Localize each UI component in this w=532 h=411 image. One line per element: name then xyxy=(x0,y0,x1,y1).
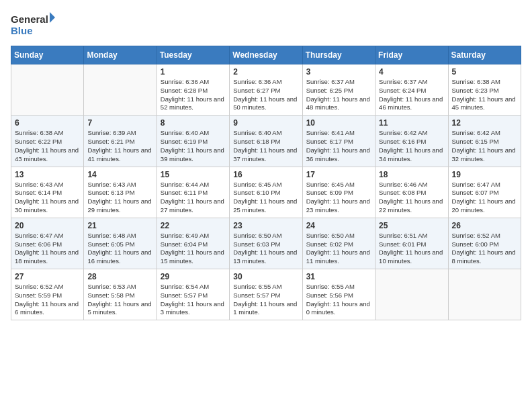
day-info: Sunrise: 6:42 AM Sunset: 6:16 PM Dayligh… xyxy=(379,129,444,163)
day-number: 26 xyxy=(452,221,517,230)
day-info: Sunrise: 6:45 AM Sunset: 6:09 PM Dayligh… xyxy=(306,181,371,215)
calendar-cell: 26Sunrise: 6:52 AM Sunset: 6:00 PM Dayli… xyxy=(448,218,521,269)
day-number: 1 xyxy=(161,67,226,77)
day-info: Sunrise: 6:52 AM Sunset: 5:59 PM Dayligh… xyxy=(15,283,80,317)
calendar-cell: 22Sunrise: 6:49 AM Sunset: 6:04 PM Dayli… xyxy=(157,218,229,269)
day-info: Sunrise: 6:51 AM Sunset: 6:01 PM Dayligh… xyxy=(379,232,444,266)
calendar-cell: 2Sunrise: 6:36 AM Sunset: 6:27 PM Daylig… xyxy=(230,64,302,116)
day-info: Sunrise: 6:42 AM Sunset: 6:15 PM Dayligh… xyxy=(452,129,517,163)
calendar-cell xyxy=(11,64,84,116)
day-number: 6 xyxy=(15,118,80,128)
day-info: Sunrise: 6:36 AM Sunset: 6:27 PM Dayligh… xyxy=(233,78,298,112)
day-number: 15 xyxy=(161,170,226,179)
calendar-cell: 11Sunrise: 6:42 AM Sunset: 6:16 PM Dayli… xyxy=(375,116,448,167)
calendar-cell xyxy=(448,269,521,320)
day-info: Sunrise: 6:49 AM Sunset: 6:04 PM Dayligh… xyxy=(161,232,226,266)
day-number: 7 xyxy=(87,118,152,128)
day-info: Sunrise: 6:38 AM Sunset: 6:23 PM Dayligh… xyxy=(452,78,517,112)
calendar-cell: 21Sunrise: 6:48 AM Sunset: 6:05 PM Dayli… xyxy=(84,218,157,269)
day-number: 17 xyxy=(306,170,371,179)
day-number: 20 xyxy=(15,221,80,230)
col-friday: Friday xyxy=(375,46,448,64)
day-info: Sunrise: 6:53 AM Sunset: 5:58 PM Dayligh… xyxy=(87,283,152,317)
day-info: Sunrise: 6:41 AM Sunset: 6:17 PM Dayligh… xyxy=(306,129,371,163)
calendar-table: Sunday Monday Tuesday Wednesday Thursday… xyxy=(11,46,521,320)
day-info: Sunrise: 6:47 AM Sunset: 6:06 PM Dayligh… xyxy=(15,232,80,266)
calendar-week-row: 27Sunrise: 6:52 AM Sunset: 5:59 PM Dayli… xyxy=(11,269,521,320)
calendar-cell: 17Sunrise: 6:45 AM Sunset: 6:09 PM Dayli… xyxy=(302,167,375,218)
day-info: Sunrise: 6:37 AM Sunset: 6:25 PM Dayligh… xyxy=(306,78,371,112)
day-info: Sunrise: 6:39 AM Sunset: 6:21 PM Dayligh… xyxy=(87,129,152,163)
header: General Blue xyxy=(11,11,521,39)
svg-marker-2 xyxy=(50,12,55,23)
calendar-week-row: 6Sunrise: 6:38 AM Sunset: 6:22 PM Daylig… xyxy=(11,116,521,167)
day-info: Sunrise: 6:40 AM Sunset: 6:18 PM Dayligh… xyxy=(233,129,298,163)
calendar-cell: 20Sunrise: 6:47 AM Sunset: 6:06 PM Dayli… xyxy=(11,218,84,269)
day-number: 23 xyxy=(233,221,298,230)
day-info: Sunrise: 6:55 AM Sunset: 5:57 PM Dayligh… xyxy=(233,283,298,317)
calendar-cell: 1Sunrise: 6:36 AM Sunset: 6:28 PM Daylig… xyxy=(157,64,229,116)
day-info: Sunrise: 6:45 AM Sunset: 6:10 PM Dayligh… xyxy=(233,181,298,215)
calendar-cell: 7Sunrise: 6:39 AM Sunset: 6:21 PM Daylig… xyxy=(84,116,157,167)
day-number: 5 xyxy=(452,67,517,77)
calendar-page: General Blue Sunday Monday Tuesday Wedne… xyxy=(0,0,532,327)
col-thursday: Thursday xyxy=(302,46,375,64)
calendar-cell: 3Sunrise: 6:37 AM Sunset: 6:25 PM Daylig… xyxy=(302,64,375,116)
day-info: Sunrise: 6:50 AM Sunset: 6:03 PM Dayligh… xyxy=(233,232,298,266)
calendar-cell xyxy=(84,64,157,116)
day-number: 28 xyxy=(87,272,152,281)
day-number: 14 xyxy=(87,170,152,179)
logo-svg: General Blue xyxy=(11,11,58,39)
calendar-header-row: Sunday Monday Tuesday Wednesday Thursday… xyxy=(11,46,521,64)
day-number: 8 xyxy=(161,118,226,128)
calendar-cell: 9Sunrise: 6:40 AM Sunset: 6:18 PM Daylig… xyxy=(230,116,302,167)
day-number: 18 xyxy=(379,170,444,179)
day-info: Sunrise: 6:37 AM Sunset: 6:24 PM Dayligh… xyxy=(379,78,444,112)
day-number: 22 xyxy=(161,221,226,230)
day-number: 19 xyxy=(452,170,517,179)
day-info: Sunrise: 6:44 AM Sunset: 6:11 PM Dayligh… xyxy=(161,181,226,215)
day-number: 2 xyxy=(233,67,298,77)
day-info: Sunrise: 6:50 AM Sunset: 6:02 PM Dayligh… xyxy=(306,232,371,266)
col-tuesday: Tuesday xyxy=(157,46,229,64)
calendar-cell: 31Sunrise: 6:55 AM Sunset: 5:56 PM Dayli… xyxy=(302,269,375,320)
calendar-cell: 18Sunrise: 6:46 AM Sunset: 6:08 PM Dayli… xyxy=(375,167,448,218)
day-number: 21 xyxy=(87,221,152,230)
day-info: Sunrise: 6:52 AM Sunset: 6:00 PM Dayligh… xyxy=(452,232,517,266)
calendar-cell: 29Sunrise: 6:54 AM Sunset: 5:57 PM Dayli… xyxy=(157,269,229,320)
calendar-cell: 12Sunrise: 6:42 AM Sunset: 6:15 PM Dayli… xyxy=(448,116,521,167)
day-number: 30 xyxy=(233,272,298,281)
calendar-cell: 30Sunrise: 6:55 AM Sunset: 5:57 PM Dayli… xyxy=(230,269,302,320)
day-info: Sunrise: 6:43 AM Sunset: 6:14 PM Dayligh… xyxy=(15,181,80,215)
logo: General Blue xyxy=(11,11,58,39)
col-saturday: Saturday xyxy=(448,46,521,64)
day-number: 3 xyxy=(306,67,371,77)
calendar-cell: 8Sunrise: 6:40 AM Sunset: 6:19 PM Daylig… xyxy=(157,116,229,167)
col-sunday: Sunday xyxy=(11,46,84,64)
day-number: 16 xyxy=(233,170,298,179)
calendar-cell: 13Sunrise: 6:43 AM Sunset: 6:14 PM Dayli… xyxy=(11,167,84,218)
calendar-cell: 15Sunrise: 6:44 AM Sunset: 6:11 PM Dayli… xyxy=(157,167,229,218)
day-info: Sunrise: 6:48 AM Sunset: 6:05 PM Dayligh… xyxy=(87,232,152,266)
calendar-cell xyxy=(375,269,448,320)
calendar-cell: 23Sunrise: 6:50 AM Sunset: 6:03 PM Dayli… xyxy=(230,218,302,269)
svg-text:Blue: Blue xyxy=(11,25,33,36)
day-number: 31 xyxy=(306,272,371,281)
day-number: 12 xyxy=(452,118,517,128)
day-info: Sunrise: 6:43 AM Sunset: 6:13 PM Dayligh… xyxy=(87,181,152,215)
day-number: 10 xyxy=(306,118,371,128)
col-monday: Monday xyxy=(84,46,157,64)
calendar-cell: 24Sunrise: 6:50 AM Sunset: 6:02 PM Dayli… xyxy=(302,218,375,269)
calendar-week-row: 20Sunrise: 6:47 AM Sunset: 6:06 PM Dayli… xyxy=(11,218,521,269)
svg-text:General: General xyxy=(11,13,48,25)
day-info: Sunrise: 6:40 AM Sunset: 6:19 PM Dayligh… xyxy=(161,129,226,163)
calendar-cell: 28Sunrise: 6:53 AM Sunset: 5:58 PM Dayli… xyxy=(84,269,157,320)
col-wednesday: Wednesday xyxy=(230,46,302,64)
day-number: 11 xyxy=(379,118,444,128)
calendar-cell: 19Sunrise: 6:47 AM Sunset: 6:07 PM Dayli… xyxy=(448,167,521,218)
day-info: Sunrise: 6:47 AM Sunset: 6:07 PM Dayligh… xyxy=(452,181,517,215)
calendar-cell: 6Sunrise: 6:38 AM Sunset: 6:22 PM Daylig… xyxy=(11,116,84,167)
day-number: 4 xyxy=(379,67,444,77)
day-info: Sunrise: 6:55 AM Sunset: 5:56 PM Dayligh… xyxy=(306,283,371,317)
day-number: 27 xyxy=(15,272,80,281)
